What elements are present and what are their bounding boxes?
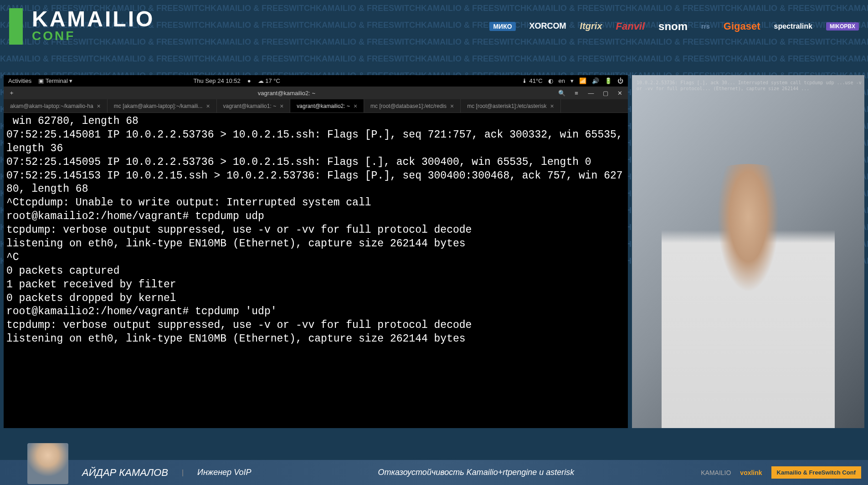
tab-close-icon[interactable]: ×	[280, 102, 283, 110]
sponsor-mikopbx: MIKOPBX	[826, 22, 859, 31]
divider: |	[182, 469, 184, 477]
presenter-role: Инженер VoIP	[197, 468, 251, 477]
talk-title: Отказоустойчивость Kamailio+rtpengine и …	[378, 468, 574, 477]
tab-close-icon[interactable]: ×	[354, 102, 357, 110]
search-icon[interactable]: 🔍	[558, 89, 566, 97]
conference-header: KAMAILIO CONF МИКО XORCOM Itgrix Fanvil …	[0, 0, 868, 52]
new-tab-button[interactable]: ＋	[7, 89, 15, 97]
tab-label: akam@akam-laptop:~/kamailio-ha	[10, 103, 93, 109]
terminal-tab-5[interactable]: mc [root@asterisk1]:/etc/asterisk×	[461, 99, 560, 112]
presenter-name: АЙДАР КАМАЛОВ	[82, 467, 168, 479]
conference-badge: Kamailio & FreeSwitch Conf	[771, 466, 861, 479]
tab-label: vagrant@kamailio2: ~	[297, 103, 350, 109]
tab-close-icon[interactable]: ×	[450, 102, 454, 110]
tab-close-icon[interactable]: ×	[550, 102, 554, 110]
volume-icon[interactable]: 🔊	[592, 77, 599, 84]
language-indicator[interactable]: en	[559, 77, 565, 84]
presenter-photo	[27, 443, 68, 484]
minimize-button[interactable]: —	[587, 89, 595, 97]
tray-icon[interactable]: ◐	[548, 77, 553, 84]
close-button[interactable]: ✕	[616, 89, 624, 97]
gnome-top-bar: Activities ▣ Terminal ▾ Thu Sep 24 10:52…	[4, 75, 628, 87]
wifi-icon[interactable]: 📶	[579, 77, 586, 84]
terminal-titlebar: ＋ vagrant@kamailio2: ~ 🔍 ≡ — ▢ ✕	[4, 87, 628, 99]
terminal-tab-3[interactable]: vagrant@kamailio2: ~×	[290, 99, 364, 112]
logo-accent-bar	[9, 8, 23, 45]
footer-logo-voxlink: voxlink	[740, 469, 762, 476]
terminal-tab-bar: akam@akam-laptop:~/kamailio-ha×mc [akam@…	[4, 99, 628, 113]
lower-third: АЙДАР КАМАЛОВ | Инженер VoIP Отказоустой…	[0, 460, 868, 485]
battery-icon[interactable]: 🔋	[605, 77, 612, 84]
sponsor-row: МИКО XORCOM Itgrix Fanvil snom rrs Gigas…	[489, 20, 859, 33]
sponsor-itgrix: Itgrix	[580, 21, 602, 31]
hamburger-menu-icon[interactable]: ≡	[572, 89, 580, 97]
cpu-temp-label: 🌡 41°C	[522, 77, 543, 84]
presenter-silhouette	[662, 164, 835, 428]
tab-label: vagrant@kamailio1: ~	[223, 103, 277, 109]
sponsor-fanvil: Fanvil	[616, 20, 645, 32]
screen-share: Activities ▣ Terminal ▾ Thu Sep 24 10:52…	[4, 75, 628, 428]
tab-close-icon[interactable]: ×	[97, 102, 101, 110]
terminal-tab-0[interactable]: akam@akam-laptop:~/kamailio-ha×	[4, 99, 108, 112]
presenter-webcam: 10.0.2.2.53736: Flags [.], ack 30... Int…	[632, 75, 864, 428]
sponsor-miko: МИКО	[489, 22, 515, 31]
sponsor-snom: snom	[658, 20, 688, 33]
tab-label: mc [akam@akam-laptop]:~/kamaili...	[114, 103, 203, 109]
tab-label: mc [root@asterisk1]:/etc/asterisk	[467, 103, 546, 109]
terminal-tab-2[interactable]: vagrant@kamailio1: ~×	[217, 99, 291, 112]
notification-dot-icon: ●	[247, 77, 251, 84]
tab-label: mc [root@database1]:/etc/redis	[370, 103, 447, 109]
projected-screen-reflection: 10.0.2.2.53736: Flags [.], ack 30... Int…	[637, 80, 864, 92]
power-icon[interactable]: ⏻	[617, 77, 623, 84]
sponsor-rrs: rrs	[701, 23, 710, 30]
tab-close-icon[interactable]: ×	[206, 102, 210, 110]
activities-button[interactable]: Activities	[8, 77, 31, 84]
terminal-app-indicator[interactable]: ▣ Terminal ▾	[38, 77, 72, 84]
terminal-tab-4[interactable]: mc [root@database1]:/etc/redis×	[364, 99, 461, 112]
sponsor-xorcom: XORCOM	[529, 21, 566, 31]
weather-label: ☁ 17 °C	[258, 77, 280, 84]
terminal-tab-1[interactable]: mc [akam@akam-laptop]:~/kamaili...×	[108, 99, 217, 112]
logo-main-text: KAMAILIO	[32, 9, 154, 29]
footer-logo-kamailio: KAMAILIO	[701, 469, 731, 476]
sponsor-spectralink: spectralink	[774, 22, 812, 31]
conference-logo: KAMAILIO CONF	[9, 8, 154, 45]
sponsor-gigaset: Gigaset	[724, 20, 760, 32]
terminal-output[interactable]: win 62780, length 68 07:52:25.145081 IP …	[4, 113, 628, 428]
maximize-button[interactable]: ▢	[601, 89, 610, 97]
network-icon[interactable]: ▾	[570, 77, 574, 84]
datetime-label[interactable]: Thu Sep 24 10:52	[193, 77, 240, 84]
window-title: vagrant@kamailio2: ~	[258, 90, 315, 97]
